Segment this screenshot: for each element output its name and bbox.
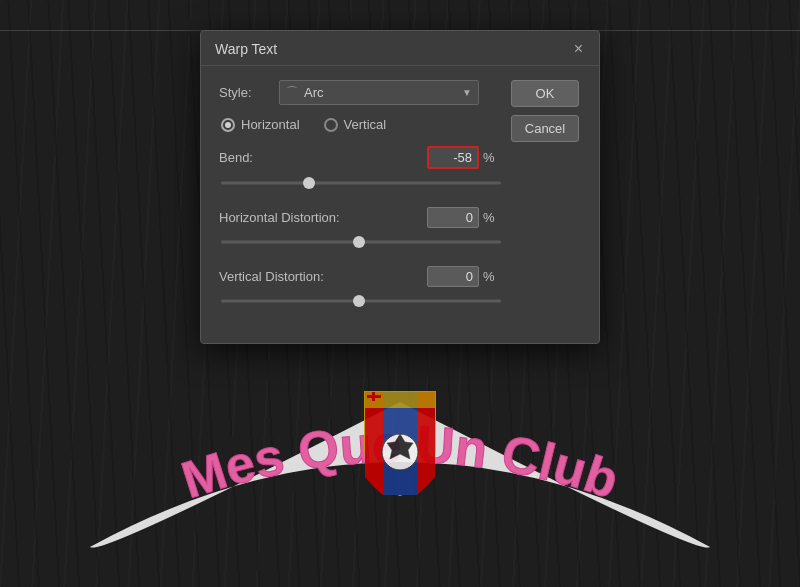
style-row: Style: ⌒ Arc ▼ <box>219 80 499 105</box>
v-distortion-row: Vertical Distortion: % <box>219 266 499 311</box>
dialog-overlay: Warp Text × Style: ⌒ Arc ▼ <box>0 0 800 587</box>
bend-track <box>221 182 501 185</box>
v-distortion-label-row: Vertical Distortion: % <box>219 266 499 287</box>
vertical-label: Vertical <box>344 117 387 132</box>
vertical-radio-circle <box>324 118 338 132</box>
style-value: Arc <box>304 85 324 100</box>
bend-thumb[interactable] <box>303 177 315 189</box>
h-distortion-thumb[interactable] <box>353 236 365 248</box>
dialog-right: OK Cancel <box>511 80 581 325</box>
vertical-radio[interactable]: Vertical <box>324 117 387 132</box>
h-distortion-row: Horizontal Distortion: % <box>219 207 499 252</box>
horizontal-radio-dot <box>225 122 231 128</box>
orientation-row: Horizontal Vertical <box>221 117 499 132</box>
style-select[interactable]: ⌒ Arc ▼ <box>279 80 479 105</box>
dialog-title: Warp Text <box>215 41 277 57</box>
dialog-title-bar: Warp Text × <box>201 31 599 66</box>
bend-percent: % <box>483 150 499 165</box>
v-distortion-thumb[interactable] <box>353 295 365 307</box>
h-distortion-slider[interactable] <box>219 232 499 252</box>
ok-button[interactable]: OK <box>511 80 579 107</box>
cancel-button[interactable]: Cancel <box>511 115 579 142</box>
dialog-body: Style: ⌒ Arc ▼ Horiz <box>201 66 599 343</box>
dialog-left: Style: ⌒ Arc ▼ Horiz <box>219 80 499 325</box>
bend-label: Bend: <box>219 150 427 165</box>
horizontal-label: Horizontal <box>241 117 300 132</box>
v-distortion-label: Vertical Distortion: <box>219 269 427 284</box>
warp-text-dialog: Warp Text × Style: ⌒ Arc ▼ <box>200 30 600 344</box>
h-distortion-label: Horizontal Distortion: <box>219 210 427 225</box>
style-select-inner: ⌒ Arc <box>286 84 324 101</box>
close-button[interactable]: × <box>572 41 585 57</box>
h-distortion-percent: % <box>483 210 499 225</box>
bend-row: Bend: % <box>219 146 499 193</box>
horizontal-radio[interactable]: Horizontal <box>221 117 300 132</box>
h-distortion-input[interactable] <box>427 207 479 228</box>
v-distortion-slider[interactable] <box>219 291 499 311</box>
h-distortion-label-row: Horizontal Distortion: % <box>219 207 499 228</box>
bend-slider[interactable] <box>219 173 499 193</box>
style-label: Style: <box>219 85 279 100</box>
chevron-down-icon: ▼ <box>462 87 472 98</box>
bend-label-row: Bend: % <box>219 146 499 169</box>
v-distortion-percent: % <box>483 269 499 284</box>
bend-input[interactable] <box>427 146 479 169</box>
v-distortion-input[interactable] <box>427 266 479 287</box>
horizontal-radio-circle <box>221 118 235 132</box>
arc-icon: ⌒ <box>286 84 298 101</box>
